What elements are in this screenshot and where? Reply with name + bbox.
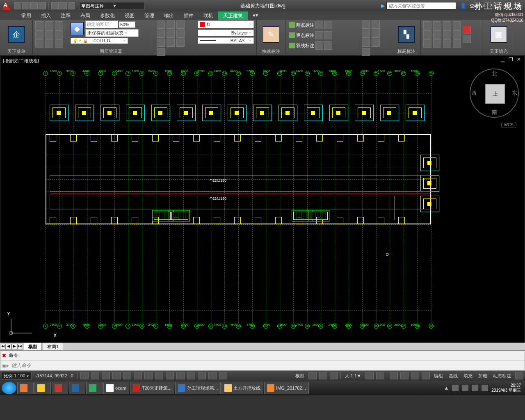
tool-icon[interactable] (443, 30, 451, 39)
qat-save-icon[interactable] (30, 2, 38, 9)
tool-icon[interactable] (157, 39, 165, 47)
tool-icon[interactable] (453, 30, 461, 39)
tool-icon[interactable] (433, 30, 441, 39)
polar-toggle[interactable] (112, 372, 121, 379)
task-img[interactable]: IMG_201702... (264, 382, 309, 394)
sb-icon[interactable] (411, 372, 419, 379)
tab-plugin[interactable]: 插件 (179, 11, 199, 20)
tab-common[interactable]: 常用 (16, 11, 36, 20)
task-folder[interactable]: 土方开挖放线 (221, 382, 263, 394)
linetype-dropdown[interactable]: ByLayer▼ (198, 30, 254, 36)
tool-icon[interactable] (453, 39, 461, 48)
doc-close-icon[interactable]: ✕ (516, 57, 522, 63)
tangent-menu-button[interactable]: 企 (8, 26, 25, 43)
sb-bold[interactable]: 加粗 (477, 373, 489, 379)
app-logo[interactable] (2, 1, 11, 10)
command-input[interactable] (11, 363, 523, 368)
qat-new-icon[interactable] (14, 2, 21, 9)
sb-icon[interactable] (365, 372, 374, 379)
tab-extra-icon[interactable]: ●▾ (248, 11, 263, 20)
task-ocam[interactable]: ocam (103, 382, 129, 394)
qp-toggle[interactable] (198, 372, 206, 379)
tool-icon[interactable] (157, 30, 165, 38)
tool-icon[interactable] (157, 21, 165, 29)
sb-group[interactable]: 编组 (432, 373, 445, 379)
grid-toggle[interactable] (91, 372, 99, 379)
tab-first-icon[interactable]: ⏮ (0, 344, 6, 349)
sb-icon[interactable] (376, 372, 384, 379)
clock[interactable]: 20:37 2019/4/3 星期三 (491, 383, 521, 393)
tool-icon[interactable] (433, 21, 441, 30)
tray-icon[interactable] (472, 385, 478, 391)
tool-icon[interactable] (433, 39, 441, 48)
sc-toggle[interactable] (208, 372, 217, 379)
tab-last-icon[interactable]: ⏭ (17, 344, 23, 349)
doc-restore-icon[interactable]: ❐ (507, 57, 514, 63)
tool-icon[interactable] (423, 21, 431, 30)
lwt-toggle[interactable] (176, 372, 185, 379)
tool-paste-icon[interactable] (35, 39, 43, 48)
tool-icon[interactable] (176, 39, 185, 47)
tool-icon[interactable] (167, 21, 175, 29)
tab-insert[interactable]: 插入 (36, 11, 56, 20)
sb-icon[interactable] (422, 372, 430, 379)
tool-icon[interactable] (423, 39, 431, 48)
dim-ext-icon[interactable] (324, 31, 332, 39)
sb-icon[interactable] (390, 372, 398, 379)
tool-icon[interactable] (45, 21, 53, 30)
tool-icon[interactable] (362, 21, 370, 29)
tab-parametric[interactable]: 参数化 (95, 11, 120, 20)
elev-dim-button[interactable]: ▚ (398, 26, 415, 43)
viewcube[interactable]: 北 南 东 西 上 (470, 68, 519, 118)
tab-annotate[interactable]: 注释 (56, 11, 75, 20)
tool-icon[interactable] (372, 39, 380, 47)
tool-icon[interactable] (176, 21, 185, 29)
tool-icon[interactable] (55, 30, 63, 39)
lineweight-dropdown[interactable]: BYLAY...▼ (198, 37, 254, 44)
tool-icon[interactable] (55, 39, 63, 48)
sb-icon[interactable] (330, 372, 338, 379)
3dosnap-toggle[interactable] (134, 372, 142, 379)
dim-ext-icon[interactable] (315, 21, 323, 29)
signin-icon[interactable]: 👤 (460, 3, 466, 9)
qat-undo-icon[interactable] (59, 2, 67, 9)
tool-icon[interactable] (443, 39, 451, 48)
tool-icon[interactable] (176, 30, 185, 38)
qat-open-icon[interactable] (22, 2, 30, 9)
tool-copy-icon[interactable] (35, 30, 43, 39)
tray-chevron-icon[interactable]: ▲ (444, 385, 449, 391)
task-item[interactable] (34, 382, 51, 394)
tool-icon[interactable] (157, 48, 165, 57)
sb-annoscale[interactable]: 人 1:1▼ (343, 373, 363, 379)
dim-ext-icon[interactable] (315, 41, 323, 50)
task-item[interactable] (69, 382, 85, 394)
model-tab[interactable]: 模型 (24, 343, 42, 351)
tool-icon[interactable] (372, 21, 380, 29)
tray-volume-icon[interactable] (482, 385, 488, 391)
otrack-toggle[interactable] (144, 372, 153, 379)
double-line-dim-button[interactable]: 双线标注 (288, 41, 333, 50)
tool-icon[interactable] (463, 26, 471, 34)
tool-icon[interactable] (453, 21, 461, 30)
quick-dim-button[interactable]: ✎ (263, 26, 279, 43)
tool-cut-icon[interactable] (35, 21, 43, 30)
layer-fade-input[interactable] (119, 21, 135, 28)
layerstate-dropdown[interactable]: 未保存的图层状态▼ (85, 29, 139, 37)
snap-toggle[interactable] (80, 372, 89, 379)
start-button[interactable] (2, 382, 16, 394)
sb-hatch[interactable]: 填充 (462, 373, 474, 379)
scale-selector[interactable]: 比例 1:100▼ (2, 372, 32, 380)
ortho-toggle[interactable] (102, 372, 110, 379)
two-point-dim-button[interactable]: 两点标注 (288, 21, 333, 30)
tool-icon[interactable] (55, 21, 63, 30)
drawing-area[interactable]: [-][俯视][二维线框] ▁ ❐ ✕ 北 南 东 西 上 WCS 112233… (0, 56, 525, 343)
tab-view[interactable]: 视图 (120, 11, 139, 20)
tool-icon[interactable] (167, 30, 175, 38)
sb-icon[interactable] (308, 372, 317, 379)
tpy-toggle[interactable] (187, 372, 195, 379)
tab-online[interactable]: 联机 (199, 11, 218, 20)
tab-manage[interactable]: 管理 (139, 11, 159, 20)
tool-icon[interactable] (362, 30, 370, 38)
task-item[interactable] (86, 382, 103, 394)
sb-icon[interactable] (319, 372, 327, 379)
